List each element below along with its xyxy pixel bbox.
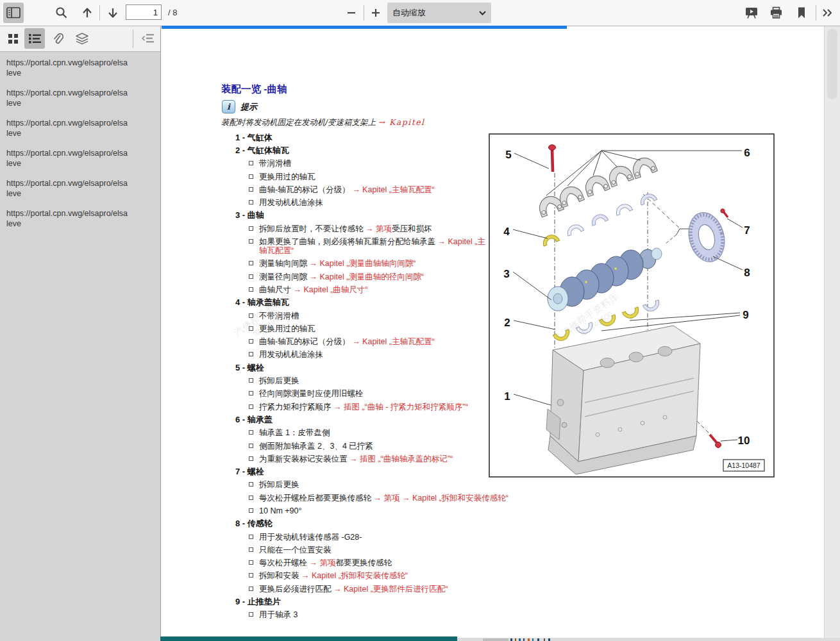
square-bullet-icon — [249, 287, 253, 292]
zoom-out-button[interactable] — [341, 3, 362, 23]
square-bullet-icon — [249, 239, 253, 244]
cross-reference-link[interactable]: → Kapitel „测量曲轴的径向间隙“ — [309, 272, 424, 281]
square-bullet-icon — [249, 573, 253, 578]
legend-text: 曲轴-轴瓦的标记（分级） — [259, 337, 352, 346]
search-button[interactable] — [51, 3, 72, 23]
note-chapter-link[interactable]: → Kapitel — [378, 117, 424, 127]
outline-item-link[interactable]: https://portal.cpn.vwg/elsapro/elsaleve — [0, 88, 160, 108]
print-icon — [769, 6, 783, 19]
chevron-down-icon — [479, 11, 486, 15]
cross-reference-link[interactable]: → Kapitel „主轴瓦配置“ — [352, 337, 435, 346]
search-icon — [55, 6, 68, 19]
note-row: i 提示 — [222, 100, 257, 113]
cross-reference-link[interactable]: → Kapitel „更换部件后进行匹配“ — [333, 585, 448, 594]
current-outline-item-button[interactable] — [137, 28, 158, 49]
square-bullet-icon — [249, 161, 253, 165]
cross-reference-link[interactable]: → 插图 „“曲轴轴承盖的标记”“ — [349, 454, 453, 463]
outline-item-link[interactable]: https://portal.cpn.vwg/elsapro/elsaleve — [0, 148, 160, 169]
legend-bullet: 每次松开螺栓 → 第项都要更换传感轮 — [235, 558, 487, 567]
next-page-button[interactable] — [103, 3, 123, 23]
square-bullet-icon — [249, 482, 253, 487]
legend-bullet: 只能在一个位置安装 — [235, 545, 487, 554]
zoom-scale-select[interactable]: 自动缩放 — [387, 3, 491, 23]
legend-text: 轴承盖 1：皮带盘侧 — [259, 428, 330, 437]
legend-bullet: 径向间隙测量时应使用旧螺栓 — [235, 389, 487, 398]
callout-number-2: 2 — [504, 317, 510, 329]
legend-item-title: 5 - 螺栓 — [235, 363, 487, 372]
legend-bullet: 拧紧力矩和拧紧顺序 → 插图 „“曲轴 - 拧紧力矩和拧紧顺序”“ — [235, 403, 487, 412]
vertical-scrollbar[interactable] — [824, 26, 840, 641]
outline-item-link[interactable]: https://portal.cpn.vwg/elsapro/elsaleve — [0, 118, 160, 138]
legend-text: 只能在一个位置安装 — [259, 545, 332, 554]
legend-bullet: 更换用过的轴瓦 — [235, 172, 487, 181]
legend-bullet: 用发动机机油涂抹 — [235, 198, 487, 207]
pdf-page: 装配一览 -曲轴 i 提示 装配时将发动机固定在发动机/变速箱支架上 → Kap… — [162, 26, 824, 641]
outline-item-link[interactable]: https://portal.cpn.vwg/elsapro/elsaleve — [0, 178, 160, 199]
bookmark-button[interactable] — [791, 3, 812, 23]
note-label: 提示 — [240, 101, 257, 113]
legend-item-title: 6 - 轴承盖 — [235, 415, 487, 424]
legend-bullet: 带润滑槽 — [235, 159, 487, 168]
sidebar-toggle-button[interactable] — [3, 3, 24, 23]
legend-bullet: 如果更换了曲轴，则必须将轴瓦重新分配给轴承盖 → Kapitel „主轴瓦配置“ — [235, 237, 487, 255]
legend-text: 用发动机机油涂抹 — [259, 350, 323, 359]
zoom-in-button[interactable] — [365, 3, 386, 23]
legend-text: 侧面附加轴承盖 2、3、4 已拧紧 — [259, 442, 373, 451]
callout-number-6: 6 — [744, 147, 750, 159]
window-edge-fragment — [544, 638, 545, 641]
toolbar-separator — [99, 5, 100, 21]
outline-item-link[interactable]: https://portal.cpn.vwg/elsapro/elsaleve — [0, 208, 160, 229]
previous-page-button[interactable] — [77, 3, 97, 23]
legend-text: 更换用过的轴瓦 — [259, 172, 315, 181]
attachments-view-button[interactable] — [47, 28, 68, 49]
cross-reference-link[interactable]: → Kapitel „拆卸和安装传感轮“ — [301, 571, 408, 580]
info-icon: i — [222, 100, 235, 113]
page-number-input[interactable] — [126, 4, 162, 20]
legend-text: 每次松开螺栓后都要更换传感轮 — [259, 494, 373, 503]
engine-block — [546, 326, 700, 474]
legend-bullet: 轴承盖 1：皮带盘侧 — [235, 428, 487, 437]
window-edge-fragment — [510, 638, 512, 641]
legend-text: 都要更换传感轮 — [335, 558, 392, 567]
cross-reference-link[interactable]: → Kapitel „拆卸和安装传感轮“ — [402, 494, 508, 503]
print-button[interactable] — [766, 3, 786, 23]
square-bullet-icon — [249, 187, 253, 192]
callout-number-4: 4 — [503, 226, 510, 238]
square-bullet-icon — [249, 535, 253, 539]
square-bullet-icon — [249, 200, 253, 204]
legend-text: 测量径向间隙 — [259, 272, 309, 281]
presentation-mode-button[interactable] — [741, 3, 762, 23]
arrow-down-icon — [106, 6, 119, 19]
note-text-body: 装配时将发动机固定在发动机/变速箱支架上 — [221, 118, 378, 127]
legend-text: 用于发动机转速传感器 -G28- — [259, 533, 362, 542]
cross-reference-link[interactable]: → 第项 — [365, 224, 392, 233]
cross-reference-link[interactable]: → Kapitel „曲轴尺寸“ — [293, 285, 367, 294]
legend-item-title: 9 - 止推垫片 — [235, 597, 487, 606]
cross-reference-link[interactable]: → 第项 — [309, 558, 335, 567]
legend-item-title: 8 - 传感轮 — [235, 519, 487, 528]
thumbnails-view-button[interactable] — [3, 28, 23, 49]
square-bullet-icon — [249, 508, 253, 513]
legend-text: 拆卸和安装 — [259, 571, 301, 580]
arrow-up-icon — [81, 6, 94, 19]
outline-view-button[interactable] — [24, 28, 45, 49]
outline-icon — [29, 33, 41, 44]
cross-reference-link[interactable]: → 第项 — [373, 494, 399, 503]
legend-text: 拆卸后放置时，不要让传感轮 — [259, 224, 365, 233]
cross-reference-link[interactable]: → Kapitel „测量曲轴轴向间隙“ — [309, 259, 416, 268]
outline-item-link[interactable]: https://portal.cpn.vwg/elsapro/elsaleve — [0, 58, 160, 78]
cross-reference-link[interactable]: → Kapitel „主轴瓦配置“ — [352, 185, 435, 194]
more-tools-button[interactable] — [817, 3, 837, 23]
cross-reference-link[interactable]: → 插图 „“曲轴 - 拧紧力矩和拧紧顺序”“ — [333, 403, 468, 412]
legend-bullet: 更换后必须进行匹配 → Kapitel „更换部件后进行匹配“ — [235, 585, 487, 594]
scrollbar-thumb[interactable] — [827, 29, 837, 99]
layers-icon — [76, 33, 88, 45]
zoom-scale-label: 自动缩放 — [392, 7, 426, 19]
window-edge-fragment — [523, 638, 525, 641]
layers-view-button[interactable] — [72, 28, 92, 49]
window-edge-fragment — [515, 638, 516, 641]
legend-text: 拆卸后更换 — [259, 376, 299, 385]
legend-text: 不带润滑槽 — [259, 312, 299, 320]
callout-number-10: 10 — [738, 435, 750, 447]
presentation-mode-icon — [744, 6, 759, 19]
